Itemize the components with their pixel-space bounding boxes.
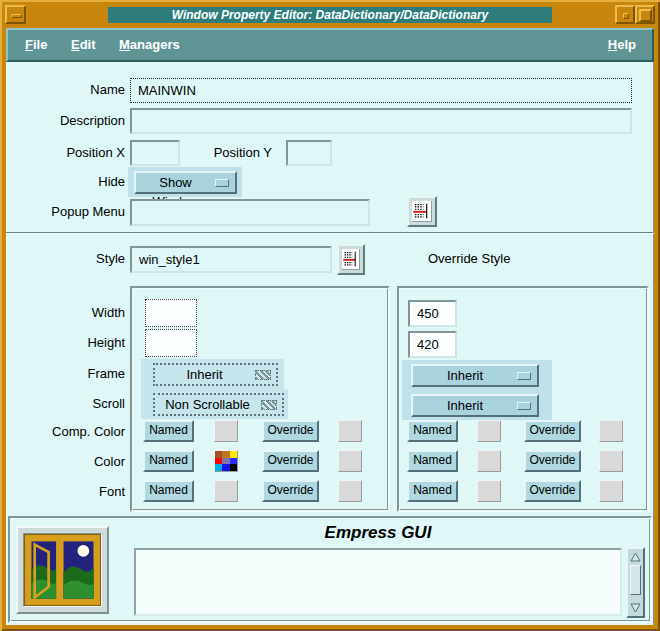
override-height-input[interactable] (408, 331, 457, 358)
base-color-override-button[interactable]: Override (262, 450, 319, 472)
menu-item-managers[interactable]: Managers (115, 30, 184, 60)
menu-item-edit[interactable]: Edit (67, 30, 100, 60)
position-x-input[interactable] (130, 140, 180, 166)
override-width-input[interactable] (408, 300, 457, 327)
maximize-button[interactable] (635, 5, 655, 24)
base-color-override-swatch[interactable] (338, 450, 362, 472)
base-comp-color-named-button[interactable]: Named (143, 420, 194, 442)
override-style-label: Override Style (428, 246, 510, 272)
window-titlebar: Window Property Editor: DataDictionary/D… (0, 0, 660, 28)
dropdown-indicator-disabled-icon (261, 400, 277, 410)
popup-menu-input[interactable] (130, 199, 370, 226)
comp-color-label: Comp. Color (0, 419, 125, 445)
font-label: Font (0, 479, 125, 505)
override-frame-dropdown[interactable]: Inherit (411, 364, 539, 387)
popup-menu-picker-button[interactable] (407, 196, 437, 227)
dropdown-indicator-icon (517, 402, 531, 410)
window-property-editor: Window Property Editor: DataDictionary/D… (0, 0, 660, 631)
window-menu-button[interactable] (5, 5, 26, 24)
base-color-named-button[interactable]: Named (143, 450, 194, 472)
empress-logo-frame (16, 526, 109, 614)
menubar: File Edit Managers Help (6, 28, 654, 62)
base-comp-color-override-swatch[interactable] (338, 420, 362, 442)
override-comp-color-override-swatch[interactable] (599, 420, 623, 442)
name-input[interactable] (130, 78, 632, 103)
hide-label: Hide (0, 169, 125, 195)
override-color-override-swatch[interactable] (599, 450, 623, 472)
dropdown-indicator-icon (215, 179, 229, 187)
override-comp-color-named-swatch[interactable] (477, 420, 501, 442)
override-font-override-button[interactable]: Override (524, 480, 581, 502)
description-input[interactable] (130, 108, 632, 134)
base-frame-dropdown: Inherit (153, 363, 278, 386)
base-scroll-dropdown: Non Scrollable (153, 393, 284, 416)
description-label: Description (0, 108, 125, 134)
menu-item-help[interactable]: Help (604, 30, 640, 60)
width-label: Width (0, 300, 125, 326)
style-label: Style (0, 246, 125, 272)
popup-menu-label: Popup Menu (0, 199, 125, 225)
override-font-named-button[interactable]: Named (407, 480, 458, 502)
menu-list-icon (342, 249, 360, 270)
base-comp-color-override-button[interactable]: Override (262, 420, 319, 442)
base-comp-color-named-swatch[interactable] (214, 420, 238, 442)
position-y-input[interactable] (286, 140, 332, 166)
color-label: Color (0, 449, 125, 475)
scrollbar[interactable] (626, 547, 645, 618)
minimize-button[interactable] (615, 5, 635, 24)
frame-label: Frame (0, 361, 125, 387)
override-comp-color-named-button[interactable]: Named (407, 420, 458, 442)
dropdown-indicator-icon (517, 372, 531, 380)
scroll-down-icon[interactable] (629, 601, 642, 615)
base-font-named-button[interactable]: Named (143, 480, 194, 502)
window-menu-icon (11, 14, 22, 18)
base-font-override-swatch[interactable] (338, 480, 362, 502)
base-width-box (145, 299, 197, 327)
scroll-up-icon[interactable] (629, 550, 642, 564)
style-picker-button[interactable] (337, 244, 365, 275)
menu-list-icon (412, 201, 432, 222)
base-font-named-swatch[interactable] (214, 480, 238, 502)
scroll-label: Scroll (0, 391, 125, 417)
scrollbar-thumb[interactable] (630, 565, 641, 595)
hide-dropdown[interactable]: Show Window (134, 171, 237, 194)
position-y-label: Position Y (200, 140, 272, 166)
override-color-named-button[interactable]: Named (407, 450, 458, 472)
base-height-box (145, 329, 197, 357)
window-title: Window Property Editor: DataDictionary/D… (108, 7, 552, 23)
position-x-label: Position X (0, 140, 125, 166)
override-color-override-button[interactable]: Override (524, 450, 581, 472)
name-label: Name (0, 77, 125, 103)
override-font-override-swatch[interactable] (599, 480, 623, 502)
override-font-named-swatch[interactable] (477, 480, 501, 502)
style-input[interactable] (130, 246, 332, 273)
maximize-icon (639, 9, 652, 22)
dropdown-indicator-disabled-icon (255, 370, 271, 380)
message-area[interactable] (134, 548, 622, 616)
height-label: Height (0, 330, 125, 356)
menu-item-file[interactable]: File (21, 30, 51, 60)
base-font-override-button[interactable]: Override (262, 480, 319, 502)
empress-gui-title: Empress GUI (134, 522, 622, 544)
empress-logo (23, 533, 102, 607)
minimize-icon (623, 13, 629, 19)
base-color-named-swatch[interactable] (214, 450, 238, 472)
override-color-named-swatch[interactable] (477, 450, 501, 472)
override-scroll-dropdown[interactable]: Inherit (411, 394, 539, 417)
override-comp-color-override-button[interactable]: Override (524, 420, 581, 442)
separator (6, 232, 654, 234)
